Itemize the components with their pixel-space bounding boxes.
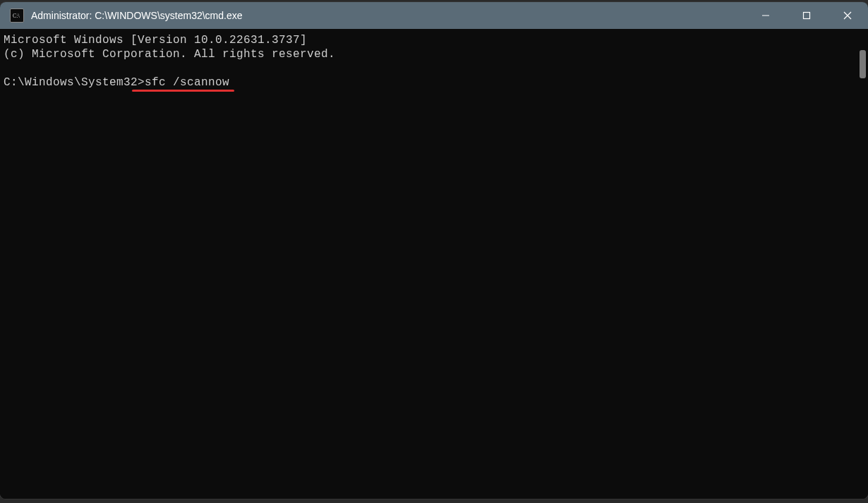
scrollbar-thumb[interactable]: [860, 50, 866, 78]
maximize-icon: [802, 11, 811, 20]
terminal-output[interactable]: Microsoft Windows [Version 10.0.22631.37…: [0, 29, 857, 499]
cmd-window: C:\ Administrator: C:\WINDOWS\system32\c…: [0, 2, 868, 499]
svg-rect-2: [804, 13, 810, 19]
prompt-text: C:\Windows\System32>: [4, 76, 145, 89]
command-text: sfc /scannow: [145, 76, 229, 89]
minimize-button[interactable]: [745, 2, 786, 29]
cmd-icon: C:\: [10, 8, 24, 23]
window-title: Administrator: C:\WINDOWS\system32\cmd.e…: [31, 10, 243, 21]
prompt-line: C:\Windows\System32>sfc /scannow: [4, 75, 229, 90]
scrollbar[interactable]: [857, 29, 868, 499]
titlebar[interactable]: C:\ Administrator: C:\WINDOWS\system32\c…: [0, 2, 868, 29]
close-button[interactable]: [827, 2, 868, 29]
output-line-copyright: (c) Microsoft Corporation. All rights re…: [4, 48, 335, 61]
annotation-underline: [132, 90, 234, 92]
svg-text:C:\: C:\: [13, 13, 20, 19]
output-line-version: Microsoft Windows [Version 10.0.22631.37…: [4, 34, 307, 47]
maximize-button[interactable]: [786, 2, 827, 29]
close-icon: [843, 11, 852, 20]
client-area: Microsoft Windows [Version 10.0.22631.37…: [0, 29, 868, 499]
minimize-icon: [761, 11, 770, 20]
